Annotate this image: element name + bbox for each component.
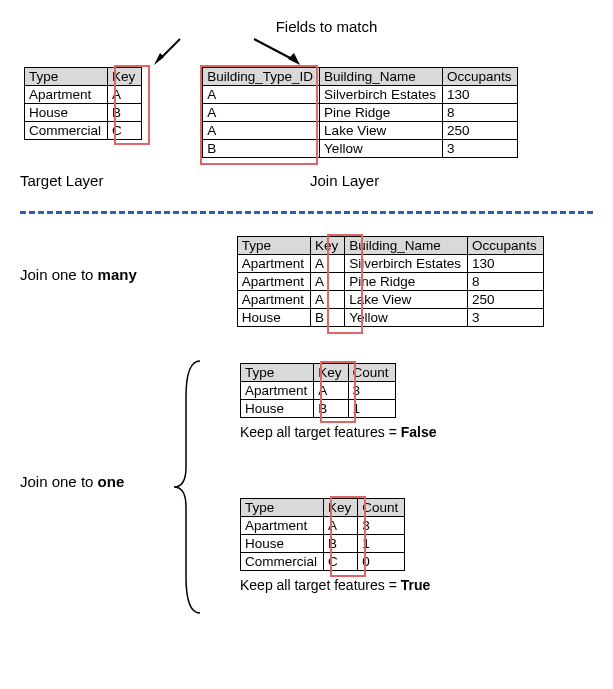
col-header: Count xyxy=(358,499,405,517)
one-to-one-false-table: Type Key Count ApartmentA3 HouseB1 Keep … xyxy=(240,363,437,440)
one-to-many-table: Type Key Building_Name Occupants Apartme… xyxy=(237,236,544,327)
table-row: ApartmentA xyxy=(25,86,142,104)
target-layer-table: Type Key ApartmentA HouseB CommercialC xyxy=(24,67,142,140)
table-row: ASilverbirch Estates130 xyxy=(203,86,518,104)
keep-all-false-caption: Keep all target features = False xyxy=(240,424,437,440)
join-one-to-many-label: Join one to many xyxy=(20,266,137,283)
fields-to-match-label: Fields to match xyxy=(60,18,593,35)
col-header: Building_Name xyxy=(345,237,468,255)
col-header: Key xyxy=(311,237,345,255)
col-header: Key xyxy=(108,68,142,86)
col-header: Building_Name xyxy=(320,68,443,86)
table-row: HouseBYellow3 xyxy=(237,309,543,327)
table-row: ApartmentA3 xyxy=(241,382,396,400)
table-row: ApartmentASilverbirch Estates130 xyxy=(237,255,543,273)
arrow-left-icon xyxy=(150,35,190,69)
table-row: APine Ridge8 xyxy=(203,104,518,122)
table-row: HouseB1 xyxy=(241,400,396,418)
join-layer-table: Building_Type_ID Building_Name Occupants… xyxy=(202,67,518,158)
col-header: Count xyxy=(348,364,395,382)
col-header: Key xyxy=(314,364,348,382)
table-row: ApartmentALake View250 xyxy=(237,291,543,309)
brace-icon xyxy=(170,357,210,617)
table-row: CommercialC xyxy=(25,122,142,140)
keep-all-true-caption: Keep all target features = True xyxy=(240,577,430,593)
table-row: ApartmentA3 xyxy=(241,517,405,535)
divider xyxy=(20,211,593,214)
svg-marker-3 xyxy=(288,53,300,65)
table-row: CommercialC0 xyxy=(241,553,405,571)
col-header: Type xyxy=(237,237,310,255)
join-one-to-one-label: Join one to one xyxy=(20,473,124,490)
target-layer-label: Target Layer xyxy=(20,172,240,189)
table-row: BYellow3 xyxy=(203,140,518,158)
one-to-one-true-table: Type Key Count ApartmentA3 HouseB1 Comme… xyxy=(240,498,430,593)
col-header: Occupants xyxy=(442,68,518,86)
col-header: Type xyxy=(241,364,314,382)
arrow-right-icon xyxy=(248,35,308,69)
svg-marker-1 xyxy=(154,53,164,65)
join-layer-label: Join Layer xyxy=(310,172,510,189)
col-header: Occupants xyxy=(468,237,544,255)
col-header: Type xyxy=(241,499,324,517)
col-header: Key xyxy=(324,499,358,517)
svg-line-2 xyxy=(254,39,292,59)
table-row: ALake View250 xyxy=(203,122,518,140)
table-row: ApartmentAPine Ridge8 xyxy=(237,273,543,291)
table-row: HouseB xyxy=(25,104,142,122)
col-header: Building_Type_ID xyxy=(203,68,320,86)
col-header: Type xyxy=(25,68,108,86)
table-row: HouseB1 xyxy=(241,535,405,553)
